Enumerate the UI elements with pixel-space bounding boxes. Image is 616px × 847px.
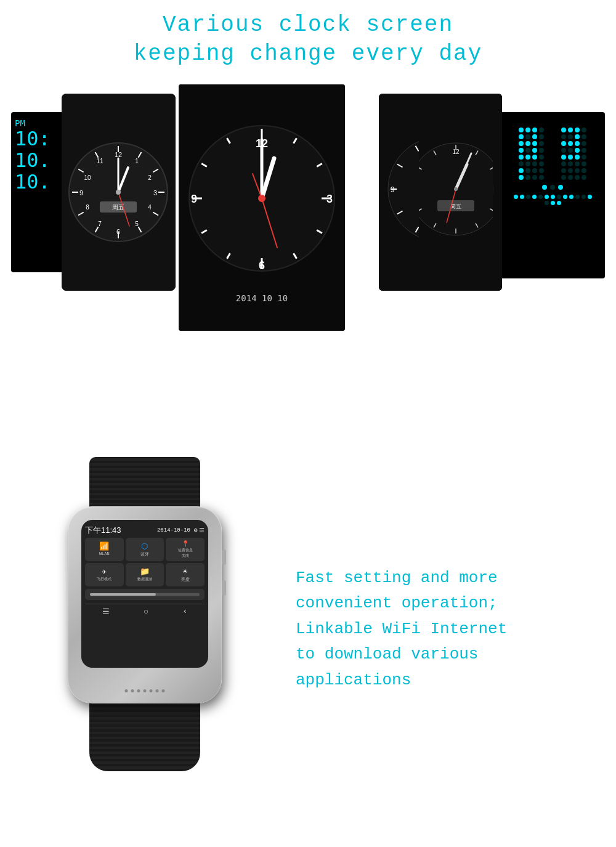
watch-date: 2014-10-10 [157,527,190,533]
watch-case: 下午11:43 2014-10-10 ⚙ ☰ 📶 WLAN [68,506,222,703]
description-section: Fast setting and more convenient operati… [277,516,598,694]
svg-text:4: 4 [148,204,152,211]
svg-text:10: 10 [84,174,91,181]
speaker-dots [125,689,165,692]
desc-line4: to download various [296,645,478,663]
header-line1: Various clock screen [163,12,453,38]
side-button-top [222,549,226,565]
svg-text:12: 12 [452,148,460,155]
desc-line5: applications [296,671,411,689]
svg-text:8: 8 [86,204,89,211]
description-text: Fast setting and more convenient operati… [296,565,598,694]
smartwatch-container: 下午11:43 2014-10-10 ⚙ ☰ 📶 WLAN [18,426,277,784]
watch-nav-menu: ☰ [102,607,110,617]
watch-time: 下午11:43 [85,525,121,536]
svg-text:11: 11 [96,158,103,164]
watch-grid-bluetooth: ⬡ 蓝牙 [126,538,164,561]
watch-grid-brightness: ☀ 亮度 [166,563,205,586]
header-title: Various clock screen keeping change ever… [0,11,616,69]
svg-text:9: 9 [391,185,395,194]
watch-grid-wlan: 📶 WLAN [85,538,124,561]
svg-text:3: 3 [153,189,157,197]
svg-point-104 [454,187,458,191]
header-section: Various clock screen keeping change ever… [0,0,616,69]
svg-point-54 [258,195,265,202]
svg-text:9: 9 [191,193,197,205]
svg-text:9: 9 [79,189,83,197]
svg-text:5: 5 [135,221,139,227]
bottom-section: 下午11:43 2014-10-10 ⚙ ☰ 📶 WLAN [0,414,616,796]
watch-grid-location: 📍 位置信息 关闭 [166,538,205,561]
side-button-bottom [222,580,226,596]
svg-text:6: 6 [259,259,265,272]
header-line2: keeping change every day [134,41,482,67]
watch-grid-data: 📁 数据漫游 [126,563,164,586]
svg-text:12: 12 [115,151,122,158]
watch-nav-home: ○ [144,607,148,617]
svg-text:3: 3 [326,193,333,205]
watch-grid-airplane: ✈ 飞行模式 [85,563,124,586]
clock-analog-center: 12 3 6 9 2014 10 10 [179,84,345,331]
svg-text:2014 10 10: 2014 10 10 [236,293,288,303]
watch-menu-icon: ☰ [199,527,205,534]
watch-screen: 下午11:43 2014-10-10 ⚙ ☰ 📶 WLAN [81,520,208,668]
desc-line3: Linkable WiFi Internet [296,620,507,638]
svg-text:6: 6 [116,228,120,235]
watch-settings-icon: ⚙ [194,527,198,534]
desc-line1: Fast setting and more [296,569,498,587]
svg-point-31 [116,190,121,195]
clock-dot-matrix [500,112,605,278]
strap-top [89,457,200,513]
svg-text:7: 7 [98,221,102,227]
clock-analog-small: 12 3 6 9 1 2 4 5 7 8 10 11 周五 [62,94,176,291]
svg-text:1: 1 [135,158,139,164]
clock-gallery: PM 10: 10. 10. [0,75,616,395]
watch-nav-back: ‹ [183,607,188,616]
clock-analog-partial: 12 周五 [419,109,493,275]
svg-text:2: 2 [148,174,152,181]
desc-line2: convenient operation; [296,594,498,612]
